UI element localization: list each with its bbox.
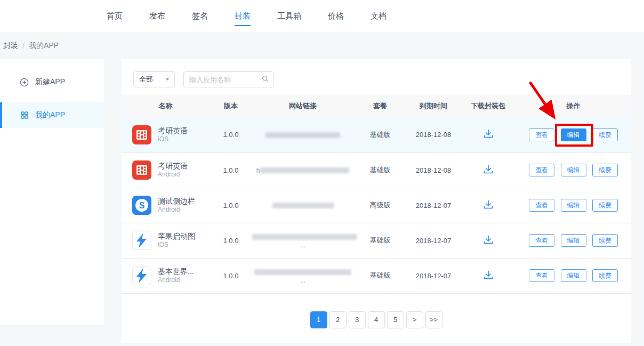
app-package: 基础版 [353, 258, 407, 293]
download-icon[interactable] [483, 165, 494, 174]
download-icon[interactable] [483, 200, 494, 210]
app-name: 苹果启动图 [158, 231, 195, 241]
header-version: 版本 [210, 95, 252, 117]
grid-icon [20, 111, 29, 119]
renew-button[interactable]: 续费 [592, 128, 618, 141]
app-version: 1.0.0 [210, 223, 252, 258]
search-input[interactable] [189, 76, 261, 84]
app-url [252, 188, 353, 223]
pagination: 1 2 3 4 5 > >> [122, 311, 631, 328]
renew-button[interactable]: 续费 [592, 199, 618, 212]
renew-button[interactable]: 续费 [592, 269, 618, 282]
top-navbar: 首页 发布 签名 封装 工具箱 价格 文档 [0, 0, 644, 33]
nav-item-publish[interactable]: 发布 [149, 0, 165, 33]
nav-item-docs[interactable]: 文档 [371, 0, 387, 33]
table-row: 基本世界... Android 1.0.0 ... 基础版 2018-12-07… [122, 258, 631, 293]
app-package: 基础版 [353, 223, 407, 258]
film-icon [132, 160, 151, 180]
chevron-down-icon [165, 76, 170, 84]
app-platform: Android [158, 206, 195, 214]
app-expiry: 2018-12-08 [407, 152, 460, 188]
breadcrumb-separator: / [22, 42, 25, 50]
app-platform: Android [158, 171, 188, 179]
app-name: 基本世界... [158, 267, 194, 276]
app-expiry: 2018-12-07 [407, 188, 460, 223]
edit-button[interactable]: 编辑 [561, 164, 586, 176]
page-2[interactable]: 2 [329, 311, 347, 328]
film-icon [132, 125, 151, 144]
blurred-url [252, 234, 357, 240]
view-button[interactable]: 查看 [529, 164, 554, 176]
view-button[interactable]: 查看 [529, 234, 554, 247]
app-version: 1.0.0 [210, 152, 252, 188]
table-row: 考研英语 iOS 1.0.0 基础版 2018-12-08 查看 编辑 续费 [122, 117, 631, 152]
page-4[interactable]: 4 [368, 311, 385, 328]
header-name: 名称 [122, 95, 210, 117]
view-button[interactable]: 查看 [529, 199, 554, 212]
download-icon[interactable] [483, 235, 494, 245]
view-button[interactable]: 查看 [529, 269, 554, 282]
category-select[interactable]: 全部 [133, 71, 175, 87]
app-expiry: 2018-12-08 [407, 117, 460, 152]
app-url: h [252, 152, 353, 188]
blurred-url [265, 132, 340, 138]
sidebar-item-my-apps[interactable]: 我的APP [0, 102, 104, 128]
app-url: ... [252, 223, 353, 258]
breadcrumb: 封装 / 我的APP [0, 33, 644, 59]
blurred-url [254, 269, 351, 275]
filter-row: 全部 [122, 71, 631, 87]
blurred-url [272, 203, 334, 208]
page-5[interactable]: 5 [387, 311, 404, 328]
edit-button[interactable]: 编辑 [561, 269, 586, 282]
app-platform: iOS [158, 135, 188, 144]
app-url [252, 117, 353, 152]
app-name: 考研英语 [158, 161, 188, 171]
nav-item-home[interactable]: 首页 [107, 0, 123, 33]
search-box [183, 71, 274, 87]
app-package: 基础版 [353, 117, 407, 152]
header-expiry: 到期时间 [407, 95, 460, 117]
app-version: 1.0.0 [210, 117, 252, 152]
flash-icon [132, 231, 151, 250]
flash-icon [132, 266, 151, 285]
app-platform: Android [158, 276, 194, 285]
page-3[interactable]: 3 [349, 311, 366, 328]
nav-item-packaging[interactable]: 封装 [235, 0, 251, 33]
renew-button[interactable]: 续费 [592, 234, 618, 247]
nav-item-price[interactable]: 价格 [328, 0, 344, 33]
page-last[interactable]: >> [425, 311, 442, 328]
table-row: S 测试侧边栏 Android 1.0.0 高级版 2018-12-07 [122, 188, 631, 223]
table-header-row: 名称 版本 网站链接 套餐 到期时间 下载封装包 操作 [122, 95, 631, 117]
app-name: 测试侧边栏 [158, 196, 195, 206]
renew-button[interactable]: 续费 [592, 164, 618, 176]
main-card: 全部 名称 版本 网站链接 [122, 59, 631, 343]
app-version: 1.0.0 [210, 188, 252, 223]
header-actions: 操作 [516, 95, 631, 117]
app-name: 考研英语 [158, 126, 188, 135]
table-row: 苹果启动图 iOS 1.0.0 ... 基础版 2018-12-07 查看 编辑 [122, 223, 631, 258]
edit-button[interactable]: 编辑 [561, 128, 586, 141]
download-icon[interactable] [483, 270, 494, 280]
apps-table: 名称 版本 网站链接 套餐 到期时间 下载封装包 操作 [122, 95, 631, 294]
page-next[interactable]: > [406, 311, 423, 328]
nav-item-signature[interactable]: 签名 [192, 0, 208, 33]
app-package: 基础版 [353, 152, 407, 188]
blurred-url [260, 167, 349, 173]
sidebar-item-new-app[interactable]: 新建APP [0, 69, 104, 95]
breadcrumb-section[interactable]: 封装 [3, 41, 18, 51]
app-version: 1.0.0 [210, 258, 252, 293]
view-button[interactable]: 查看 [529, 128, 554, 141]
edit-button[interactable]: 编辑 [561, 234, 586, 247]
app-expiry: 2018-12-07 [407, 258, 460, 293]
plus-circle-icon [20, 78, 29, 87]
category-select-value: 全部 [139, 75, 153, 84]
nav-item-toolbox[interactable]: 工具箱 [277, 0, 301, 33]
sidebar-item-label: 我的APP [35, 110, 65, 120]
page-1[interactable]: 1 [310, 311, 327, 328]
edit-button[interactable]: 编辑 [561, 199, 586, 212]
app-package: 高级版 [353, 188, 407, 223]
search-icon[interactable] [261, 75, 269, 85]
download-icon[interactable] [483, 129, 494, 139]
header-download: 下载封装包 [460, 95, 516, 117]
sidebar: 新建APP 我的APP [0, 59, 104, 325]
